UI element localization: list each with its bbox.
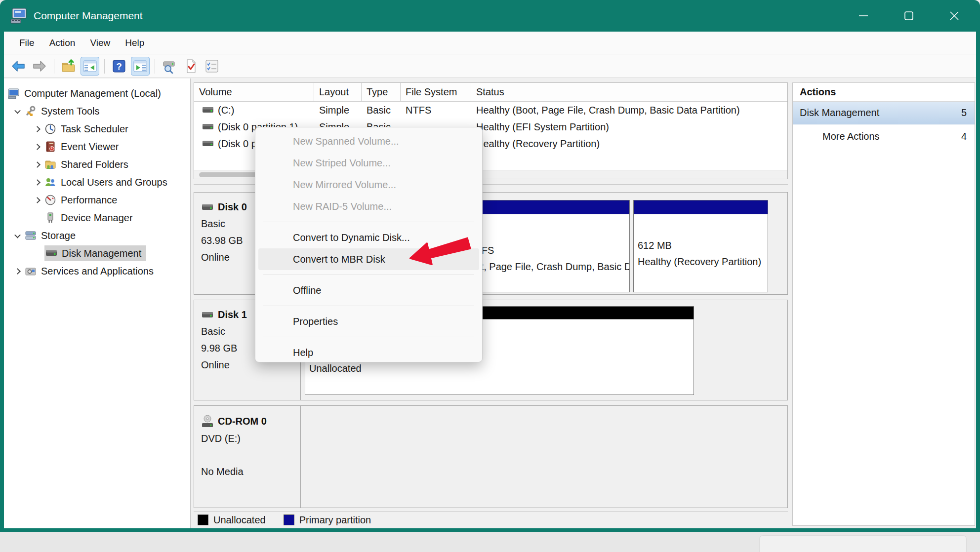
tree-item-label: Services and Applications (41, 266, 154, 277)
maximize-button[interactable] (886, 0, 932, 32)
app-computer-icon (10, 7, 28, 24)
cdrom-media: DVD (E:) (201, 433, 300, 444)
chevron-right-icon (14, 268, 21, 275)
show-action-pane-button[interactable] (131, 57, 150, 76)
legend-label: Unallocated (213, 514, 266, 526)
tree-item-local-users-groups[interactable]: Local Users and Groups (4, 173, 190, 191)
up-level-button[interactable] (59, 57, 78, 76)
cdrom-row: CD-ROM 0 DVD (E:) No Media (194, 405, 788, 508)
volume-name: (C:) (218, 105, 234, 116)
bottom-right-box (759, 535, 967, 552)
system-tools-icon (25, 105, 37, 117)
column-header-volume[interactable]: Volume (194, 83, 314, 101)
properties-check-icon (183, 59, 198, 74)
menu-item-new-mirrored-volume: New Mirrored Volume... (258, 174, 479, 196)
computer-management-window: Computer Management File Action View Hel… (0, 0, 980, 552)
partition-legend: Unallocated Primary partition (194, 511, 788, 528)
tree-item-services-applications[interactable]: Services and Applications (4, 262, 190, 280)
checklist-icon (204, 59, 219, 74)
window-title: Computer Management (34, 10, 143, 22)
column-header-type[interactable]: Type (362, 83, 401, 101)
column-header-file-system[interactable]: File System (401, 83, 471, 101)
tree-item-disk-management[interactable]: Disk Management (4, 244, 190, 262)
bottom-strip (0, 532, 980, 552)
column-header-status[interactable]: Status (471, 83, 787, 101)
menu-view[interactable]: View (82, 35, 118, 51)
tree-selection-highlight: Disk Management (44, 245, 146, 261)
device-manager-icon (44, 212, 56, 224)
forward-button[interactable] (30, 57, 49, 76)
tree-item-label: Computer Management (Local) (24, 88, 161, 99)
menu-action[interactable]: Action (42, 35, 83, 51)
primary-partition-header (634, 200, 768, 214)
toolbar-separator (54, 59, 54, 74)
actions-item-badge: 5 (961, 107, 967, 118)
chevron-down-icon (14, 232, 21, 238)
tree-item-label: Local Users and Groups (61, 177, 167, 188)
chevron-right-icon (34, 144, 41, 150)
cdrom-name: CD-ROM 0 (218, 416, 267, 427)
storage-icon (25, 230, 37, 241)
chevron-down-icon (14, 107, 21, 114)
tree-item-system-tools[interactable]: System Tools (4, 102, 190, 120)
chevron-right-icon (34, 161, 41, 168)
tree-item-label: System Tools (41, 106, 100, 117)
minimize-icon (858, 10, 869, 21)
properties-check-button[interactable] (181, 57, 200, 76)
cdrom-label[interactable]: CD-ROM 0 DVD (E:) No Media (194, 406, 301, 508)
disk1-name: Disk 1 (218, 309, 247, 320)
cdrom-status: No Media (201, 466, 300, 477)
tree-item-event-viewer[interactable]: Event Viewer (4, 138, 190, 156)
tree-item-label: Disk Management (62, 248, 141, 259)
disk-icon (202, 106, 214, 115)
tree-item-shared-folders[interactable]: Shared Folders (4, 156, 190, 173)
checklist-button[interactable] (203, 57, 221, 76)
volume-row-c[interactable]: (C:) Simple Basic NTFS Healthy (Boot, Pa… (194, 102, 787, 118)
partition-recovery-box[interactable]: 612 MB Healthy (Recovery Partition) (633, 200, 768, 292)
volume-type: Basic (362, 105, 401, 116)
menu-item-properties[interactable]: Properties (258, 311, 479, 332)
actions-panel: Actions Disk Management 5 More Actions 4 (792, 82, 975, 526)
volume-status: Healthy (Boot, Page File, Crash Dump, Ba… (471, 105, 787, 116)
performance-icon (44, 194, 56, 206)
disk0-name: Disk 0 (218, 201, 247, 213)
column-header-layout[interactable]: Layout (314, 83, 362, 101)
chevron-right-icon (34, 126, 41, 132)
menu-item-new-raid5-volume: New RAID-5 Volume... (258, 196, 479, 217)
tree-item-performance[interactable]: Performance (4, 191, 190, 209)
legend-primary-partition: Primary partition (284, 514, 371, 526)
show-console-tree-button[interactable] (81, 57, 99, 76)
menu-help[interactable]: Help (118, 35, 152, 51)
tree-item-device-manager[interactable]: Device Manager (4, 209, 190, 227)
menu-separator (263, 337, 474, 337)
volume-file-system: NTFS (401, 105, 471, 116)
chevron-right-icon (34, 179, 41, 186)
window-frame: File Action View Help (0, 32, 980, 532)
menu-item-new-striped-volume: New Striped Volume... (258, 152, 479, 174)
volume-list-header: Volume Layout Type File System Status (194, 83, 787, 102)
help-button[interactable]: ? (110, 57, 128, 76)
actions-item-disk-management[interactable]: Disk Management 5 (793, 102, 975, 124)
console-tree-icon (82, 59, 97, 74)
rescan-disks-button[interactable] (160, 57, 179, 76)
actions-item-label: Disk Management (800, 107, 879, 118)
back-button[interactable] (9, 57, 28, 76)
toolbar-separator (155, 59, 155, 74)
tree-item-label: Task Scheduler (61, 123, 128, 135)
menu-item-offline[interactable]: Offline (258, 279, 479, 301)
partition-recovery-status: Healthy (Recovery Partition) (638, 254, 768, 270)
minimize-button[interactable] (841, 0, 886, 32)
actions-item-more-actions[interactable]: More Actions 4 (793, 124, 975, 148)
menu-file[interactable]: File (12, 35, 42, 51)
tree-item-label: Device Manager (61, 212, 133, 224)
menu-item-help[interactable]: Help (258, 342, 479, 363)
disk-icon (201, 203, 214, 212)
tree-item-computer-management[interactable]: Computer Management (Local) (4, 84, 190, 102)
tree-item-storage[interactable]: Storage (4, 227, 190, 244)
menu-bar: File Action View Help (4, 32, 976, 54)
volume-status: Healthy (EFI System Partition) (471, 121, 787, 133)
title-bar: Computer Management (0, 0, 980, 32)
tree-item-task-scheduler[interactable]: Task Scheduler (4, 120, 190, 138)
svg-text:?: ? (116, 61, 122, 72)
close-button[interactable] (932, 0, 977, 32)
